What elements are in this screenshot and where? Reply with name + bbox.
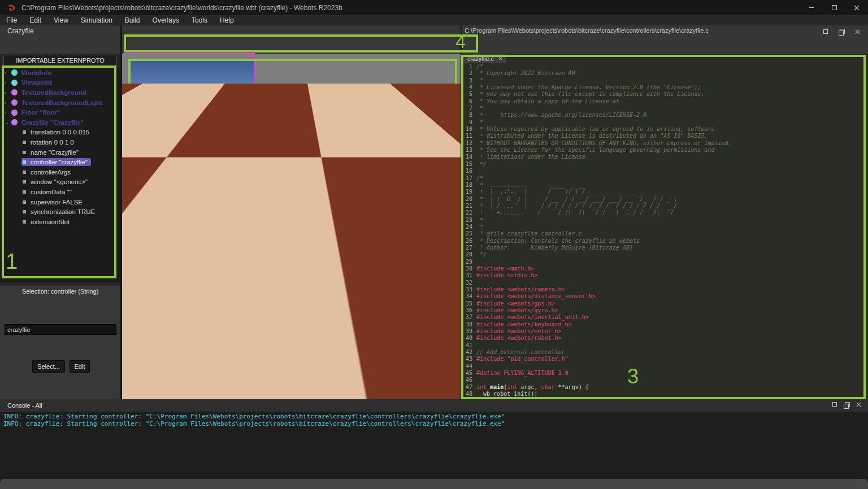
overlay-floor-tile-light (130, 137, 182, 181)
line-number: 39 (462, 328, 476, 335)
tree-item[interactable]: name "Crazyflie" (0, 147, 120, 158)
tree-item[interactable]: ›TexturedBackgroundLight (0, 98, 120, 108)
drone-camera-overlay[interactable] (129, 60, 255, 182)
close-button[interactable] (845, 0, 868, 15)
tree-item[interactable]: controller "crazyflie" (0, 157, 120, 167)
tree-item-content[interactable]: TexturedBackgroundLight (10, 99, 106, 107)
code-text: * (476, 119, 483, 126)
maximize-button[interactable] (823, 0, 845, 15)
tree-item-content[interactable]: name "Crazyflie" (21, 149, 82, 156)
line-number: 4 (462, 84, 476, 91)
line-number: 31 (462, 272, 476, 279)
tree-item[interactable]: rotation 0 0 1 0 (0, 137, 120, 147)
tree-item-content[interactable]: Crazyflie "Crazyflie" (10, 119, 87, 126)
tree-item-content[interactable]: TexturedBackground (10, 89, 90, 97)
controller-value-input[interactable] (5, 324, 116, 335)
console-close-button[interactable] (856, 402, 861, 408)
chevron-right-icon[interactable]: › (5, 80, 10, 85)
chevron-down-icon[interactable]: ⌄ (5, 120, 10, 125)
tree-item-selected[interactable]: controller "crazyflie" (21, 158, 91, 166)
tree-item-content[interactable]: extensionSlot (21, 218, 73, 226)
console-restore-button[interactable] (844, 402, 849, 408)
tree-item[interactable]: translation 0 0 0.015 (0, 128, 120, 138)
tree-item-content[interactable]: customData "" (21, 188, 75, 196)
menu-build[interactable]: Build (119, 16, 146, 24)
chevron-right-icon[interactable]: › (5, 100, 10, 106)
editor-close-button[interactable] (852, 28, 862, 36)
tree-item[interactable]: ›WorldInfo (0, 68, 120, 78)
tree-item-label: Floor "floor" (21, 109, 60, 116)
code-line: 13 * See the License for the specific la… (462, 147, 868, 154)
editor-restore-button[interactable] (836, 28, 847, 36)
tab-crazyflie-c[interactable]: crazyflie.c ✕ (463, 54, 506, 63)
select-button[interactable]: Select... (32, 360, 65, 373)
menu-simulation[interactable]: Simulation (75, 16, 119, 24)
edit-button[interactable]: Edit (70, 360, 90, 373)
tree-item-content[interactable]: supervisor FALSE (21, 198, 86, 206)
menu-view[interactable]: View (47, 16, 75, 24)
console-minimize-button[interactable] (832, 402, 837, 408)
tree-item-content[interactable]: translation 0 0 0.015 (21, 128, 93, 136)
tree-item-label: WorldInfo (21, 69, 51, 76)
code-text: * (476, 77, 483, 84)
tree-item-content[interactable]: window "<generic>" (21, 178, 91, 186)
code-text: #include <webots/motor.h> (476, 328, 562, 335)
field-selection-label: Selection: controller (String) (0, 288, 120, 295)
line-number: 14 (462, 154, 476, 160)
tree-item-label: translation 0 0 0.015 (31, 129, 89, 136)
line-number: 42 (462, 349, 476, 356)
tree-item-label: window "<generic>" (31, 178, 88, 185)
tree-item[interactable]: supervisor FALSE (0, 197, 120, 207)
code-line: 16 (462, 168, 868, 174)
tree-item-content[interactable]: controllerArgs (21, 168, 74, 176)
code-line: 19 * | ,-^-, | / __ )(_) /______________… (462, 189, 868, 195)
line-number: 11 (462, 133, 476, 139)
menu-help[interactable]: Help (214, 16, 240, 24)
tree-item[interactable]: window "<generic>" (0, 177, 120, 187)
console-output[interactable]: INFO: crazyflie: Starting controller: "C… (0, 412, 868, 479)
chevron-right-icon[interactable]: › (5, 70, 10, 76)
tree-item-content[interactable]: rotation 0 0 1 0 (21, 138, 77, 146)
menu-tools[interactable]: Tools (185, 16, 214, 24)
tree-item-content[interactable]: Viewpoint (10, 78, 55, 86)
tree-item[interactable]: extensionSlot (0, 217, 120, 227)
tree-item[interactable]: ›Viewpoint (0, 78, 120, 88)
tree-item-label: synchronization TRUE (31, 208, 95, 215)
code-editor[interactable]: 1/*2 * Copyright 2022 Bitcraze AB3 *4 * … (462, 63, 868, 399)
field-bullet-icon (23, 160, 26, 164)
scene-tree: ›WorldInfo›Viewpoint›TexturedBackground›… (0, 68, 120, 282)
code-text: // Add external controller (476, 349, 565, 356)
tree-item[interactable]: ›TexturedBackground (0, 88, 120, 98)
tree-item[interactable]: controllerArgs (0, 167, 120, 177)
3d-viewport[interactable] (122, 54, 461, 399)
tree-item[interactable]: customData "" (0, 187, 120, 197)
line-number: 48 (462, 391, 476, 398)
chevron-right-icon[interactable]: › (5, 110, 10, 115)
left-dock-tab-crazyflie[interactable]: Crazyflie (7, 27, 34, 35)
editor-minimize-button[interactable] (821, 28, 831, 36)
code-text: int main(int argc, char **argv) { (476, 384, 589, 391)
tree-item-content[interactable]: synchronization TRUE (21, 208, 98, 216)
chevron-right-icon[interactable]: › (5, 90, 10, 95)
menu-overlays[interactable]: Overlays (146, 16, 185, 24)
tree-item-content[interactable]: Floor "floor" (10, 108, 63, 116)
tree-item-content[interactable]: WorldInfo (10, 69, 55, 77)
code-line: 12 * WITHOUT WARRANTIES OR CONDITIONS OF… (462, 140, 868, 147)
tree-item[interactable]: ⌄Crazyflie "Crazyflie" (0, 117, 120, 128)
console-line: INFO: crazyflie: Starting controller: "C… (3, 413, 868, 421)
menu-file[interactable]: File (0, 16, 23, 24)
line-number: 29 (462, 259, 476, 265)
line-number: 7 (462, 105, 476, 112)
code-line: 40#include <webots/robot.h> (462, 335, 868, 342)
tab-close-icon[interactable]: ✕ (498, 56, 503, 62)
line-number: 28 (462, 251, 476, 258)
menu-bar: FileEditViewSimulationBuildOverlaysTools… (0, 15, 868, 25)
node-dot-icon (11, 89, 18, 95)
importable-externproto-button[interactable]: IMPORTABLE EXTERNPROTO (3, 55, 117, 66)
tree-item[interactable]: synchronization TRUE (0, 207, 120, 217)
tree-item[interactable]: ›Floor "floor" (0, 107, 120, 117)
tree-item-label: controller "crazyflie" (31, 159, 88, 165)
minimize-button[interactable] (800, 0, 823, 15)
code-line: 7 * (462, 105, 868, 112)
menu-edit[interactable]: Edit (23, 16, 47, 24)
